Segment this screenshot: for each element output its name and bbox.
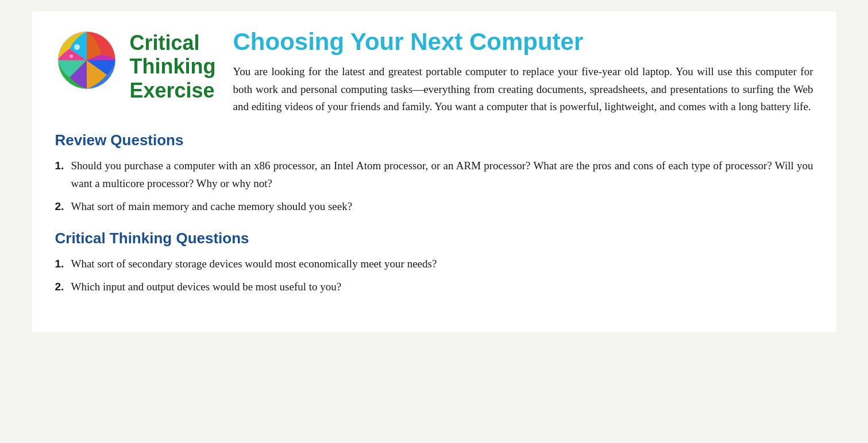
question-number: 2. <box>55 278 71 296</box>
question-text: Should you purchase a computer with an x… <box>71 157 813 192</box>
header-section: Critical Thinking Exercise Choosing Your… <box>55 29 813 115</box>
logo-container <box>55 29 118 92</box>
page-container: Critical Thinking Exercise Choosing Your… <box>32 11 836 332</box>
critical-thinking-questions-section: Critical Thinking Questions 1. What sort… <box>55 230 813 296</box>
page-title: Choosing Your Next Computer <box>233 29 813 55</box>
review-questions-section: Review Questions 1. Should you purchase … <box>55 131 813 215</box>
question-text: What sort of secondary storage devices w… <box>71 255 813 273</box>
list-item: 1. What sort of secondary storage device… <box>55 255 813 273</box>
question-number: 2. <box>55 198 71 215</box>
label-container: Critical Thinking Exercise <box>130 29 216 102</box>
main-content: Choosing Your Next Computer You are look… <box>233 29 813 115</box>
review-questions-title: Review Questions <box>55 131 813 149</box>
exercise-label: Critical Thinking Exercise <box>130 31 216 102</box>
critical-thinking-questions-list: 1. What sort of secondary storage device… <box>55 255 813 296</box>
svg-point-1 <box>74 44 80 50</box>
question-text: What sort of main memory and cache memor… <box>71 198 813 215</box>
review-questions-list: 1. Should you purchase a computer with a… <box>55 157 813 215</box>
intro-paragraph: You are looking for the latest and great… <box>233 63 813 115</box>
svg-point-2 <box>70 55 73 58</box>
critical-thinking-logo-icon <box>55 29 118 92</box>
list-item: 2. Which input and output devices would … <box>55 278 813 296</box>
question-text: Which input and output devices would be … <box>71 278 813 296</box>
list-item: 1. Should you purchase a computer with a… <box>55 157 813 192</box>
question-number: 1. <box>55 157 71 174</box>
question-number: 1. <box>55 255 71 273</box>
critical-thinking-questions-title: Critical Thinking Questions <box>55 230 813 247</box>
list-item: 2. What sort of main memory and cache me… <box>55 198 813 215</box>
